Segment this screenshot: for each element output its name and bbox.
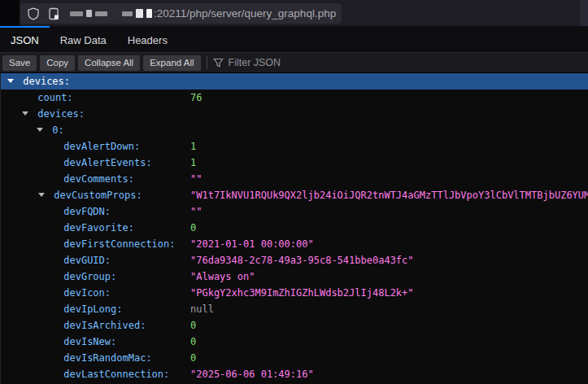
json-key: devAlertEvents: — [63, 157, 151, 168]
tracking-protection-shield-icon[interactable] — [27, 7, 40, 20]
url-bar[interactable]: :20211/php/server/query_graphql.php — [20, 3, 342, 24]
json-row-devFirstConnection[interactable]: devFirstConnection: "2021-01-01 00:00:00… — [1, 236, 588, 252]
url-text: :20211/php/server/query_graphql.php — [154, 7, 336, 20]
chrome-right-edge — [580, 0, 588, 26]
indent-spacer — [48, 350, 58, 366]
indent-spacer — [48, 203, 58, 220]
json-value: "" — [190, 171, 202, 187]
json-value: "W1t7IkNVU1RQUk9QX2ljb24iOiJQR2tnWTJ4aGM… — [190, 187, 588, 203]
json-row-devAlertDown[interactable]: devAlertDown: 1 — [1, 138, 588, 155]
json-value: 1 — [190, 155, 196, 171]
json-row-devIpLong[interactable]: devIpLong: null — [1, 301, 588, 317]
json-key: devLastConnection: — [63, 369, 169, 380]
indent-spacer — [48, 268, 58, 285]
indent-spacer — [48, 317, 58, 334]
json-row-count[interactable]: count: 76 — [1, 89, 588, 106]
json-row-devGUID[interactable]: devGUID: "76da9348-2c78-49a3-95c8-541bbe… — [1, 252, 588, 268]
copy-button[interactable]: Copy — [40, 55, 75, 71]
json-key: devAlertDown: — [63, 141, 140, 152]
save-button[interactable]: Save — [2, 55, 37, 71]
indent-spacer — [48, 334, 58, 350]
json-row-devComments[interactable]: devComments: "" — [1, 171, 588, 187]
browser-window: :20211/php/server/query_graphql.php JSON… — [0, 0, 588, 384]
json-row-devices-root[interactable]: devices: — [1, 73, 588, 89]
json-key: devGroup: — [63, 271, 116, 282]
collapse-arrow-icon[interactable] — [37, 122, 46, 138]
collapse-arrow-icon[interactable] — [38, 187, 48, 203]
json-row-devFavorite[interactable]: devFavorite: 0 — [1, 220, 588, 236]
collapse-arrow-icon[interactable] — [22, 106, 32, 122]
json-row-devLastConnection[interactable]: devLastConnection: "2025-06-06 01:49:16" — [1, 366, 588, 382]
jsonviewer-toolbar: Save Copy Collapse All Expand All — [0, 53, 588, 73]
json-key: devices: — [37, 108, 85, 120]
collapse-all-button[interactable]: Collapse All — [78, 55, 140, 71]
json-row-devFQDN[interactable]: devFQDN: "" — [1, 203, 588, 220]
filter-funnel-icon — [213, 58, 224, 68]
json-key: devIsArchived: — [63, 320, 146, 331]
json-key: devComments: — [63, 173, 134, 185]
indent-spacer — [48, 285, 58, 301]
json-value: "2025-06-06 01:49:16" — [190, 366, 314, 382]
jsonviewer-tabstrip: JSON Raw Data Headers — [0, 26, 588, 53]
json-key: devices: — [23, 76, 70, 87]
json-row-devices-array[interactable]: devices: — [1, 106, 588, 122]
indent-spacer — [48, 301, 58, 317]
indent-spacer — [48, 366, 58, 382]
tab-raw-data[interactable]: Raw Data — [50, 26, 117, 52]
json-value: "PGkgY2xhc3M9ImZhIGZhLWdsb2JlIj48L2k+" — [190, 285, 414, 301]
json-row-devIcon[interactable]: devIcon: "PGkgY2xhc3M9ImZhIGZhLWdsb2JlIj… — [1, 285, 588, 301]
indent-spacer — [48, 220, 58, 236]
json-key: devCustomProps: — [54, 190, 142, 201]
json-value: null — [190, 301, 214, 317]
json-key: devFirstConnection: — [63, 238, 175, 250]
indent-spacer — [48, 138, 58, 155]
tab-headers[interactable]: Headers — [117, 26, 178, 52]
page-info-icon[interactable] — [48, 7, 60, 20]
json-value: "76da9348-2c78-49a3-95c8-541bbe0a43fc" — [190, 252, 414, 268]
expand-all-button[interactable]: Expand All — [143, 55, 200, 71]
json-key: devFavorite: — [63, 222, 134, 233]
json-row-devGroup[interactable]: devGroup: "Always on" — [1, 268, 588, 285]
indent-spacer — [48, 252, 58, 268]
json-key: devGUID: — [63, 255, 111, 266]
indent-spacer — [48, 236, 58, 252]
json-value: "Always on" — [190, 268, 255, 285]
json-key: devIcon: — [63, 287, 111, 299]
json-key: devIpLong: — [63, 303, 122, 315]
json-row-devAlertEvents[interactable]: devAlertEvents: 1 — [1, 155, 588, 171]
redacted-host — [70, 9, 152, 18]
json-value: 0 — [190, 350, 196, 366]
toolbar-separator — [207, 56, 207, 69]
json-row-index-0[interactable]: 0: — [1, 122, 588, 138]
json-key: count: — [37, 92, 72, 103]
json-value: 0 — [190, 334, 196, 350]
json-key: devIsRandomMac: — [63, 352, 151, 364]
json-value: "" — [190, 203, 202, 220]
json-value: 1 — [190, 138, 196, 155]
json-row-devCustomProps[interactable]: devCustomProps: "W1t7IkNVU1RQUk9QX2ljb24… — [1, 187, 588, 203]
collapse-arrow-icon[interactable] — [7, 73, 17, 89]
json-row-devIsNew[interactable]: devIsNew: 0 — [1, 334, 588, 350]
chrome-left-edge — [0, 0, 20, 26]
json-value: "2021-01-01 00:00:00" — [190, 236, 314, 252]
json-tree: devices: count: 76 devices: 0: devAlertD… — [0, 73, 588, 384]
indent-spacer — [48, 155, 58, 171]
browser-chrome: :20211/php/server/query_graphql.php — [0, 0, 588, 26]
json-key: devFQDN: — [63, 206, 111, 217]
json-row-devIsArchived[interactable]: devIsArchived: 0 — [1, 317, 588, 334]
json-value: 0 — [190, 317, 196, 334]
json-key: devIsNew: — [63, 336, 116, 347]
indent-spacer — [48, 171, 58, 187]
json-value: 76 — [190, 89, 202, 106]
tab-json[interactable]: JSON — [0, 26, 50, 52]
indent-spacer — [22, 89, 32, 106]
json-key: 0: — [52, 124, 63, 136]
json-row-devIsRandomMac[interactable]: devIsRandomMac: 0 — [1, 350, 588, 366]
filter-json-input[interactable] — [229, 57, 342, 68]
json-value: 0 — [190, 220, 196, 236]
